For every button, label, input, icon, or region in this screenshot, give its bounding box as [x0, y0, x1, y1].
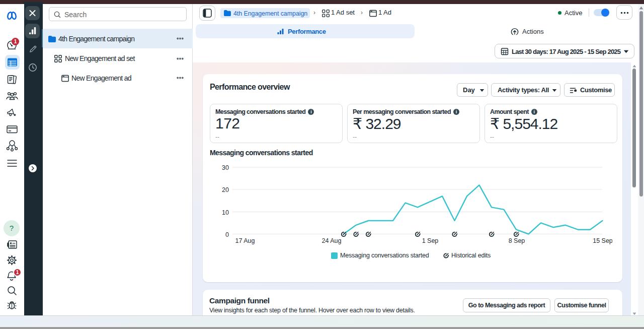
svg-text:10: 10 — [222, 209, 229, 216]
svg-text:8 Sep: 8 Sep — [509, 237, 525, 244]
svg-text:15 Sep: 15 Sep — [593, 237, 612, 244]
svg-text:24 Aug: 24 Aug — [322, 237, 342, 244]
svg-text:1 Sep: 1 Sep — [422, 237, 439, 244]
svg-text:0: 0 — [225, 231, 229, 238]
svg-text:20: 20 — [222, 186, 229, 193]
svg-text:17 Aug: 17 Aug — [235, 237, 255, 244]
svg-text:30: 30 — [222, 164, 229, 171]
